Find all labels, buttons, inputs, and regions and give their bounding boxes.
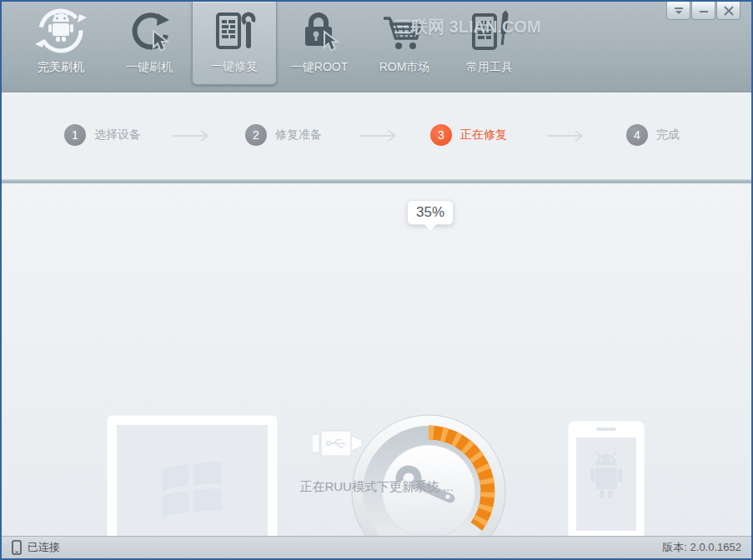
android-phone-illustration [568,421,648,536]
nav-label: 一键修复 [211,59,258,74]
phone-outline-icon [12,540,22,555]
nav-label: 完美刷机 [38,60,84,75]
step-select-device: 1 选择设备 [64,124,141,146]
nav-item-rom-market[interactable]: ROM市场 [362,2,447,85]
step-repairing: 3 正在修复 [430,124,507,146]
close-icon [723,6,735,16]
shopping-cart-icon [379,7,429,55]
phone-wrench-icon [211,6,258,54]
minimize-icon [698,6,710,16]
skin-menu-icon [672,5,685,17]
computer-monitor-illustration [107,415,284,536]
step-label: 正在修复 [460,128,507,142]
nav-label: 一键刷机 [126,60,173,75]
close-button[interactable] [716,2,740,20]
progress-percent: 35% [416,204,444,220]
nav-label: 常用工具 [466,60,513,75]
window-controls [666,2,740,20]
progress-tooltip: 35% [407,200,454,225]
step-repair-prepare: 2 修复准备 [245,124,322,146]
step-finish: 4 完成 [626,124,680,146]
skin-menu-button[interactable] [666,2,690,20]
step-number: 1 [64,124,86,146]
nav-item-one-key-repair[interactable]: 一键修复 [192,2,277,85]
lock-cursor-icon [296,7,343,55]
step-number: 3 [430,124,452,146]
step-label: 选择设备 [94,128,141,142]
main-toolbar: 完美刷机 一键刷机 [2,2,751,92]
phone-screwdriver-icon [466,7,513,55]
repair-progress-gauge [335,398,522,536]
connection-label: 已连接 [28,540,60,555]
android-recycle-logo-icon [33,7,88,55]
app-window: 完美刷机 一键刷机 [0,0,753,560]
nav-item-perfect-flash[interactable]: 完美刷机 [15,2,107,85]
step-arrow-icon [545,130,585,142]
minimize-button[interactable] [691,2,715,20]
step-indicator: 1 选择设备 2 修复准备 3 正在修复 4 完成 [2,92,751,179]
status-bar: 已连接 版本: 2.0.0.1652 [2,536,751,558]
step-arrow-icon [359,130,399,142]
connection-status: 已连接 [12,540,60,555]
step-arrow-icon [171,130,211,142]
nav-label: ROM市场 [379,60,430,75]
step-label: 完成 [656,128,680,142]
refresh-cursor-icon [126,7,173,55]
step-number: 4 [626,124,648,146]
version-label: 版本: 2.0.0.1652 [662,540,741,555]
nav-label: 一键ROOT [291,60,348,75]
step-number: 2 [245,124,267,146]
nav-item-one-key-flash[interactable]: 一键刷机 [107,2,192,85]
nav-item-one-key-root[interactable]: 一键ROOT [277,2,362,85]
repair-progress-panel: 35% 正在RUU模式下更新系统 ... [2,183,751,536]
status-message: 正在RUU模式下更新系统 ... [2,479,751,495]
step-label: 修复准备 [275,128,322,142]
nav-item-common-tools[interactable]: 常用工具 [447,2,532,85]
